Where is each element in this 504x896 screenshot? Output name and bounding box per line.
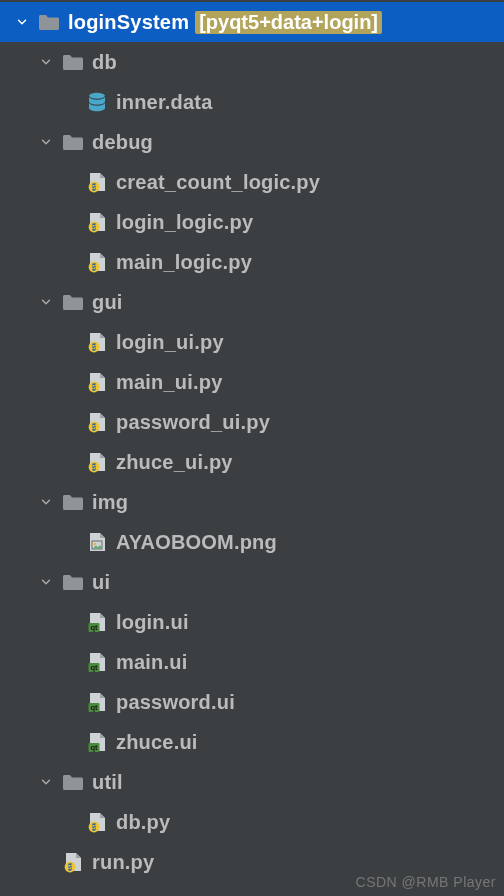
tree-item-label: main_ui.py: [116, 371, 222, 394]
file-main-ui-py[interactable]: main_ui.py: [0, 362, 504, 402]
folder-icon: [60, 489, 86, 515]
tree-item-label: run.py: [92, 851, 154, 874]
tree-item-label: loginSystem: [68, 11, 189, 34]
tree-item-label: gui: [92, 291, 123, 314]
file-login-logic[interactable]: login_logic.py: [0, 202, 504, 242]
tree-item-label: main_logic.py: [116, 251, 252, 274]
tree-item-label: login_ui.py: [116, 331, 224, 354]
folder-debug[interactable]: debug: [0, 122, 504, 162]
chevron-down-icon[interactable]: [36, 772, 56, 792]
tree-item-label: AYAOBOOM.png: [116, 531, 277, 554]
project-tree[interactable]: loginSystem[pyqt5+data+login]db inner.da…: [0, 0, 504, 882]
tree-item-label: zhuce.ui: [116, 731, 198, 754]
tree-item-label: login_logic.py: [116, 211, 253, 234]
tree-item-label: password.ui: [116, 691, 235, 714]
tree-item-label: debug: [92, 131, 153, 154]
tree-item-label: creat_count_logic.py: [116, 171, 320, 194]
qt-ui-icon: qt: [84, 609, 110, 635]
folder-icon: [60, 769, 86, 795]
file-password-ui[interactable]: qt password.ui: [0, 682, 504, 722]
database-icon: [84, 89, 110, 115]
file-zhuce-ui[interactable]: qt zhuce.ui: [0, 722, 504, 762]
python-icon: [84, 409, 110, 435]
file-login-ui[interactable]: qt login.ui: [0, 602, 504, 642]
chevron-down-icon[interactable]: [36, 52, 56, 72]
folder-icon: [60, 569, 86, 595]
folder-db[interactable]: db: [0, 42, 504, 82]
qt-ui-icon: qt: [84, 689, 110, 715]
python-icon: [84, 449, 110, 475]
python-icon: [84, 369, 110, 395]
folder-icon: [36, 9, 62, 35]
tree-item-label: main.ui: [116, 651, 187, 674]
watermark: CSDN @RMB Player: [356, 874, 496, 890]
folder-gui[interactable]: gui: [0, 282, 504, 322]
folder-icon: [60, 129, 86, 155]
file-ayaoboom-png[interactable]: AYAOBOOM.png: [0, 522, 504, 562]
svg-text:qt: qt: [90, 663, 98, 672]
python-icon: [84, 249, 110, 275]
tree-item-label: img: [92, 491, 128, 514]
qt-ui-icon: qt: [84, 649, 110, 675]
python-icon: [60, 849, 86, 875]
folder-icon: [60, 289, 86, 315]
chevron-down-icon[interactable]: [12, 12, 32, 32]
folder-ui[interactable]: ui: [0, 562, 504, 602]
chevron-down-icon[interactable]: [36, 572, 56, 592]
file-db-py[interactable]: db.py: [0, 802, 504, 842]
file-inner-data[interactable]: inner.data: [0, 82, 504, 122]
tree-item-label: util: [92, 771, 123, 794]
chevron-down-icon[interactable]: [36, 132, 56, 152]
tree-item-label: db.py: [116, 811, 170, 834]
image-icon: [84, 529, 110, 555]
python-icon: [84, 809, 110, 835]
project-root[interactable]: loginSystem[pyqt5+data+login]: [0, 2, 504, 42]
project-branch-label: [pyqt5+data+login]: [195, 11, 382, 34]
tree-item-label: ui: [92, 571, 110, 594]
file-creat-count-logic[interactable]: creat_count_logic.py: [0, 162, 504, 202]
tree-item-label: inner.data: [116, 91, 212, 114]
folder-icon: [60, 49, 86, 75]
svg-point-9: [94, 543, 97, 546]
tree-item-label: password_ui.py: [116, 411, 270, 434]
file-zhuce-ui-py[interactable]: zhuce_ui.py: [0, 442, 504, 482]
svg-text:qt: qt: [90, 703, 98, 712]
folder-img[interactable]: img: [0, 482, 504, 522]
folder-util[interactable]: util: [0, 762, 504, 802]
chevron-down-icon[interactable]: [36, 492, 56, 512]
tree-item-label: login.ui: [116, 611, 189, 634]
chevron-down-icon[interactable]: [36, 292, 56, 312]
file-main-ui[interactable]: qt main.ui: [0, 642, 504, 682]
tree-item-label: zhuce_ui.py: [116, 451, 233, 474]
python-icon: [84, 329, 110, 355]
file-password-ui-py[interactable]: password_ui.py: [0, 402, 504, 442]
tree-item-label: db: [92, 51, 117, 74]
qt-ui-icon: qt: [84, 729, 110, 755]
python-icon: [84, 169, 110, 195]
file-login-ui-py[interactable]: login_ui.py: [0, 322, 504, 362]
file-main-logic[interactable]: main_logic.py: [0, 242, 504, 282]
python-icon: [84, 209, 110, 235]
svg-text:qt: qt: [90, 743, 98, 752]
svg-text:qt: qt: [90, 623, 98, 632]
